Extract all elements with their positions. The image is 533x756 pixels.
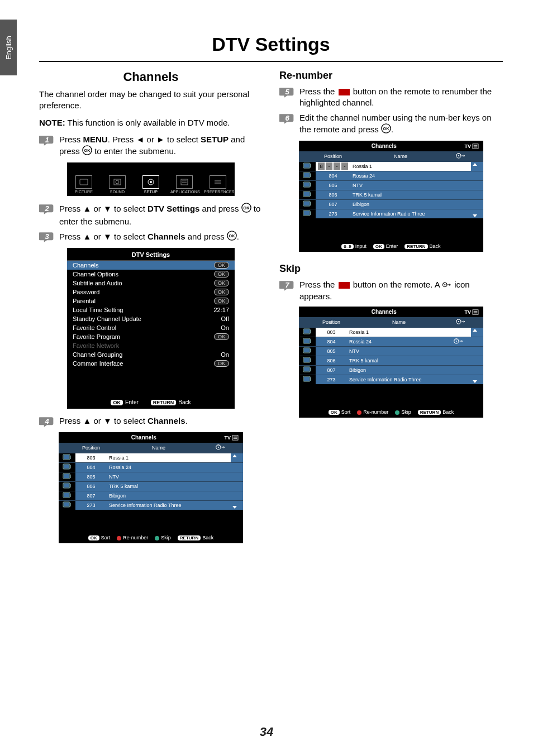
dtv-row: PasswordOK xyxy=(67,288,235,296)
channel-row: 804 Rossia 24 xyxy=(299,337,483,347)
step-6: 6 Edit the channel number using the num-… xyxy=(279,112,503,137)
svg-rect-19 xyxy=(181,179,188,185)
channel-row: 803 Rossia 1 xyxy=(59,453,243,463)
skip-icon xyxy=(442,280,452,291)
channel-row: 804 Rossia 24 xyxy=(299,171,483,181)
ok-icon xyxy=(241,203,251,216)
channel-row: 806 TRK 5 kamal xyxy=(299,356,483,366)
ok-icon xyxy=(82,145,92,158)
left-column: Channels The channel order may be change… xyxy=(39,68,263,552)
channels-heading: Channels xyxy=(39,70,263,84)
red-button-icon xyxy=(339,282,350,289)
step-icon-5: 5 xyxy=(279,86,295,98)
channel-row: 273 Service Information Radio Three xyxy=(299,209,483,219)
channel-row: 805 NTV xyxy=(59,472,243,482)
step-icon-2: 2 xyxy=(39,203,55,215)
dtv-row: ChannelsOK xyxy=(67,261,235,270)
svg-rect-14 xyxy=(80,179,88,185)
dtv-row: Common InterfaceOK xyxy=(67,359,235,368)
channel-row: 273 Service Information Radio Three xyxy=(59,501,243,510)
step-4: 4 Press ▲ or ▼ to select Channels. xyxy=(39,415,263,428)
svg-point-16 xyxy=(116,180,119,184)
channel-row: 804 Rossia 24 xyxy=(59,463,243,472)
step-5: 5 Press the button on the remote to renu… xyxy=(279,86,503,109)
svg-point-18 xyxy=(150,181,152,183)
step-icon-4: 4 xyxy=(39,415,55,428)
step-7: 7 Press the button on the remote. A icon… xyxy=(279,279,503,302)
page-number: 34 xyxy=(0,725,533,739)
svg-text:6: 6 xyxy=(285,114,289,122)
ok-icon xyxy=(227,231,237,243)
skip-heading: Skip xyxy=(279,263,503,275)
svg-text:7: 7 xyxy=(285,281,289,289)
red-button-icon xyxy=(339,89,350,95)
intro-text: The channel order may be changed to suit… xyxy=(39,89,263,112)
title-rule xyxy=(39,61,503,62)
dtv-row: Favorite ControlOn xyxy=(67,323,235,332)
channel-row: 807 Bibigon xyxy=(299,200,483,209)
step-2: 2 Press ▲ or ▼ to select DTV Settings an… xyxy=(39,203,263,227)
renumber-heading: Re-number xyxy=(279,70,503,82)
channel-row: 805 NTV xyxy=(299,181,483,190)
channel-row: 8--- Rossia 1 xyxy=(299,162,483,171)
step-icon-3: 3 xyxy=(39,231,55,243)
dtv-settings-osd: DTV Settings ChannelsOKChannel OptionsOK… xyxy=(67,248,235,409)
channel-row: 806 TRK 5 kamal xyxy=(299,190,483,200)
svg-text:5: 5 xyxy=(285,88,289,96)
language-tab: English xyxy=(0,20,17,75)
dtv-row: Favorite ProgramOK xyxy=(67,332,235,341)
step-3: 3 Press ▲ or ▼ to select Channels and pr… xyxy=(39,231,263,243)
dtv-row: Local Time Setting22:17 xyxy=(67,305,235,314)
channels-panel: ChannelsTV PositionName 8--- Rossia 1 80… xyxy=(299,141,483,252)
step-icon-7: 7 xyxy=(279,279,295,291)
svg-text:2: 2 xyxy=(44,204,49,213)
step-1: 1 Press MENU. Press ◄ or ► to select SET… xyxy=(39,134,263,159)
note-text: NOTE: This function is only available in… xyxy=(39,117,263,128)
step-icon-1: 1 xyxy=(39,134,55,146)
channel-row: 805 NTV xyxy=(299,347,483,356)
svg-text:4: 4 xyxy=(44,417,49,425)
step-icon-6: 6 xyxy=(279,112,295,125)
page-title: DTV Settings xyxy=(39,34,503,55)
channel-row: 803 Rossia 1 xyxy=(299,328,483,337)
channel-row: 806 TRK 5 kamal xyxy=(59,482,243,491)
svg-text:3: 3 xyxy=(45,232,49,241)
dtv-row: Favorite Network xyxy=(67,341,235,350)
dtv-row: Channel OptionsOK xyxy=(67,270,235,279)
dtv-row: Channel GroupingOn xyxy=(67,350,235,359)
channels-panel: ChannelsTV PositionName 803 Rossia 1 804… xyxy=(59,432,243,543)
channel-row: 807 Bibigon xyxy=(59,491,243,501)
right-column: Re-number 5 Press the button on the remo… xyxy=(279,68,503,552)
dtv-row: Standby Channel UpdateOff xyxy=(67,314,235,323)
channels-panel: ChannelsTV PositionName 803 Rossia 1 804… xyxy=(299,307,483,418)
channel-row: 807 Bibigon xyxy=(299,366,483,375)
dtv-row: Subtitle and AudioOK xyxy=(67,279,235,288)
ok-icon xyxy=(381,123,391,136)
svg-text:1: 1 xyxy=(45,136,49,144)
setup-menu-strip: PICTURE SOUND SETUP APPLICATIONS PREFERE… xyxy=(67,162,235,196)
dtv-row: ParentalOK xyxy=(67,296,235,305)
channel-row: 273 Service Information Radio Three xyxy=(299,375,483,385)
